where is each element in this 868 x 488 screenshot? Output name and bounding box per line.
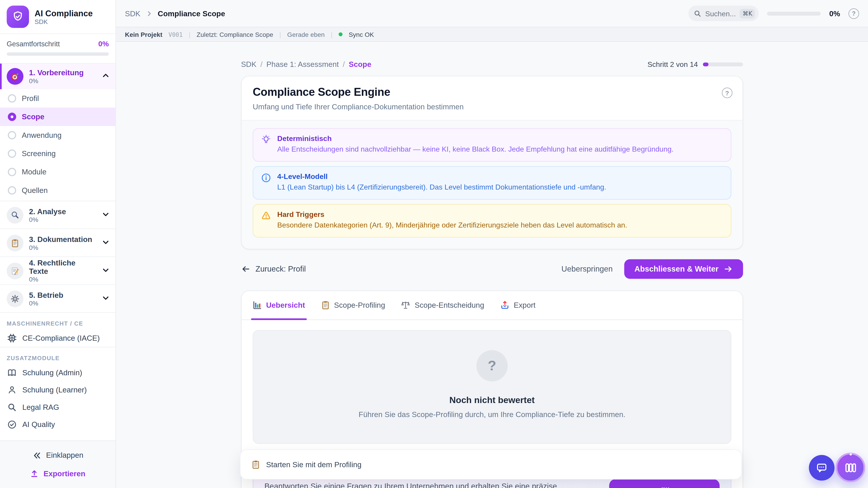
- skip-button[interactable]: Ueberspringen: [561, 264, 613, 273]
- info-box-title: 4-Level-Modell: [277, 172, 606, 181]
- tab-scope-profiling[interactable]: Scope-Profiling: [321, 291, 385, 319]
- page-crumb-phase[interactable]: Phase 1: Assessment: [266, 60, 339, 69]
- app-logo: [7, 6, 29, 28]
- shield-check-icon: [11, 10, 24, 23]
- page-subtitle: Umfang und Tiefe Ihrer Compliance-Dokume…: [253, 103, 731, 111]
- sidebar-footer: Einklappen Exportieren: [0, 441, 116, 488]
- card-help-icon[interactable]: ?: [722, 88, 733, 98]
- app-title: AI Compliance: [35, 8, 93, 18]
- page-breadcrumb: SDK / Phase 1: Assessment / Scope: [241, 60, 371, 69]
- version-badge: V001: [168, 31, 183, 38]
- sync-status: Sync OK: [348, 31, 374, 38]
- lightbulb-icon: [261, 134, 271, 155]
- sidebar-item-scope[interactable]: Scope: [0, 107, 116, 126]
- arrow-left-icon: [241, 264, 250, 273]
- empty-state-title: Noch nicht bewertet: [265, 395, 720, 405]
- complete-next-button[interactable]: Abschliessen & Weiter: [624, 259, 743, 278]
- sidebar-item-module[interactable]: Module: [0, 163, 116, 181]
- info-box-text: Alle Entscheidungen sind nachvollziehbar…: [277, 144, 674, 155]
- tab-uebersicht[interactable]: Uebersicht: [253, 291, 305, 319]
- chevron-down-icon: [101, 238, 110, 248]
- breadcrumb: SDK Compliance Scope: [125, 9, 225, 18]
- phase-subnav: Profil Scope Anwendung Screening Module: [0, 89, 116, 201]
- page-title: Compliance Scope Engine: [253, 86, 731, 99]
- sidebar-section-rechtliche-texte[interactable]: 4. Rechtliche Texte 0%: [0, 256, 116, 284]
- overall-progress-bar: [7, 53, 109, 56]
- scales-icon: [401, 300, 410, 309]
- info-box-text: Besondere Datenkategorien (Art. 9), Mind…: [277, 220, 627, 231]
- overall-progress-label: Gesamtfortschritt: [7, 40, 60, 48]
- search-icon: [694, 10, 701, 17]
- question-mark-icon: ?: [476, 350, 508, 381]
- page-crumb-current: Scope: [349, 60, 371, 69]
- radio-icon: [8, 131, 16, 139]
- gear-icon: [7, 290, 24, 307]
- columns-icon: [844, 461, 857, 474]
- back-button[interactable]: Zurueck: Profil: [241, 264, 306, 273]
- double-chevron-left-icon: [32, 451, 41, 459]
- help-icon[interactable]: ?: [848, 8, 859, 19]
- overall-progress: Gesamtfortschritt 0%: [0, 34, 116, 64]
- step-indicator: Schritt 2 von 14: [647, 60, 743, 69]
- sidebar-item-quellen[interactable]: Quellen: [0, 181, 116, 199]
- sidebar-nav: 1. Vorbereitung 0% Profil Scope: [0, 64, 116, 440]
- tab-export[interactable]: Export: [500, 291, 536, 319]
- sidebar-item-anwendung[interactable]: Anwendung: [0, 126, 116, 144]
- chevron-down-icon: [101, 210, 110, 220]
- export-button[interactable]: Exportieren: [7, 464, 109, 483]
- sidebar-section-dokumentation[interactable]: 3. Dokumentation 0%: [0, 229, 116, 256]
- brand-text: AI Compliance SDK: [35, 8, 93, 25]
- sidebar-item-schulung-learner[interactable]: Schulung (Learner): [0, 381, 116, 399]
- sidebar-item-schulung-admin[interactable]: Schulung (Admin): [0, 364, 116, 382]
- last-saved-time: Gerade eben: [287, 31, 325, 38]
- sidebar-section-vorbereitung[interactable]: 1. Vorbereitung 0%: [0, 64, 116, 89]
- keyboard-shortcut-badge: ⌘K: [740, 8, 755, 18]
- panels-button[interactable]: [836, 453, 865, 482]
- arrow-right-icon: [723, 264, 733, 273]
- page-crumb-root[interactable]: SDK: [241, 60, 256, 69]
- info-box-title: Hard Triggers: [277, 210, 627, 219]
- sidebar-item-ce-compliance[interactable]: CE-Compliance (IACE): [0, 330, 116, 347]
- info-box-title: Deterministisch: [277, 134, 674, 143]
- start-profiling-button[interactable]: Scope-Profiling starten: [609, 479, 720, 488]
- radio-icon: [8, 168, 16, 176]
- search-input[interactable]: Suchen... ⌘K: [688, 6, 759, 21]
- chat-button[interactable]: [809, 455, 835, 481]
- clipboard-icon: [252, 460, 260, 469]
- clipboard-icon: [7, 234, 24, 251]
- sync-status-dot: [339, 32, 342, 36]
- collapse-sidebar-button[interactable]: Einklappen: [7, 446, 109, 464]
- sidebar-item-ai-quality[interactable]: AI Quality: [0, 416, 116, 433]
- chevron-down-icon: [101, 293, 110, 303]
- phase-label: 1. Vorbereitung: [29, 69, 96, 77]
- chevron-down-icon: [101, 266, 110, 275]
- main-area: SDK Compliance Scope Suchen... ⌘K 0% ?: [116, 0, 868, 488]
- check-circle-icon: [7, 420, 17, 429]
- breadcrumb-current: Compliance Scope: [158, 9, 225, 18]
- info-box-text: L1 (Lean Startup) bis L4 (Zertifizierung…: [277, 182, 606, 193]
- clipboard-icon: [321, 300, 330, 309]
- info-icon: [261, 172, 271, 193]
- sidebar-item-screening[interactable]: Screening: [0, 144, 116, 163]
- global-progress-percent: 0%: [829, 9, 840, 18]
- search-icon: [7, 402, 17, 412]
- memo-pencil-icon: [7, 262, 24, 279]
- sidebar-section-betrieb[interactable]: 5. Betrieb 0%: [0, 285, 116, 312]
- sidebar-item-legal-rag[interactable]: Legal RAG: [0, 399, 116, 416]
- sidebar-header-zusatzmodule: ZUSATZMODULE: [0, 347, 116, 364]
- breadcrumb-root[interactable]: SDK: [125, 9, 141, 18]
- sidebar-item-profil[interactable]: Profil: [0, 89, 116, 107]
- radio-icon: [8, 149, 16, 158]
- radio-icon: [8, 94, 16, 103]
- book-icon: [7, 368, 17, 378]
- info-box-level-model: 4-Level-Modell L1 (Lean Startup) bis L4 …: [253, 166, 731, 199]
- sidebar-header-maschinenrecht: MASCHINENRECHT / CE: [0, 312, 116, 330]
- chevron-right-icon: [146, 10, 153, 17]
- sidebar-section-analyse[interactable]: 2. Analyse 0%: [0, 201, 116, 228]
- overall-progress-percent: 0%: [98, 39, 109, 48]
- tab-bar: Uebersicht Scope-Profiling Scope-Entsche…: [242, 291, 743, 320]
- upload-icon: [30, 469, 38, 478]
- tab-scope-entscheidung[interactable]: Scope-Entscheidung: [401, 291, 484, 319]
- project-name: Kein Projekt: [125, 31, 162, 38]
- content-column: SDK / Phase 1: Assessment / Scope Schrit…: [241, 60, 743, 488]
